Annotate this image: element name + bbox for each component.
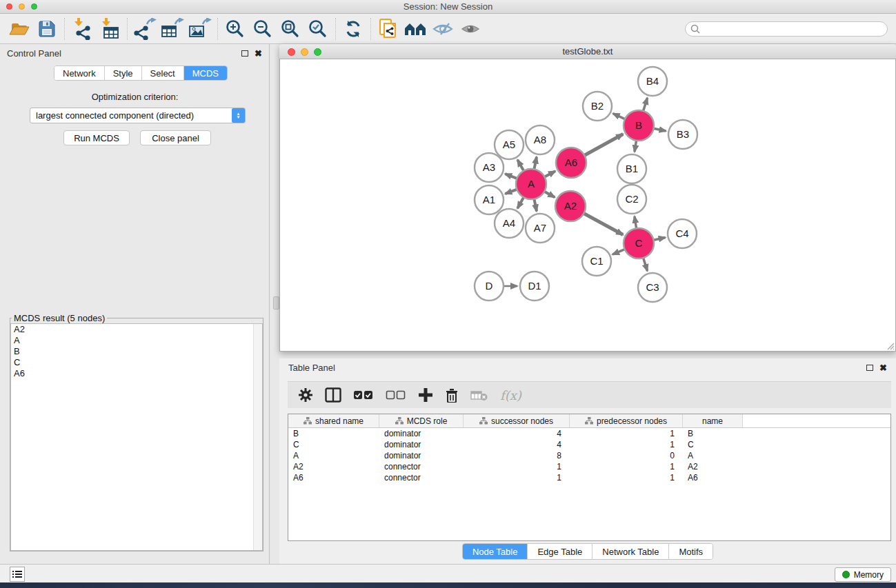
delete-column-button[interactable] bbox=[445, 387, 459, 403]
network-zoom-button[interactable] bbox=[314, 48, 321, 56]
search-input[interactable] bbox=[685, 21, 888, 37]
import-table-button[interactable] bbox=[96, 16, 123, 42]
table-cell[interactable]: A bbox=[683, 451, 743, 460]
mcds-result-item[interactable]: A2 bbox=[11, 324, 262, 335]
table-row[interactable]: Adominator80A bbox=[288, 450, 890, 461]
table-cell[interactable]: A2 bbox=[683, 462, 743, 472]
float-panel-icon[interactable] bbox=[241, 50, 248, 57]
refresh-button[interactable] bbox=[339, 16, 367, 42]
table-cell[interactable]: A2 bbox=[288, 462, 379, 472]
graph-node-B3[interactable]: B3 bbox=[668, 120, 697, 149]
panel-divider-handle[interactable] bbox=[273, 296, 279, 310]
mcds-result-item[interactable]: C bbox=[11, 357, 262, 368]
mcds-list-scrollbar[interactable] bbox=[253, 324, 262, 550]
graph-node-A7[interactable]: A7 bbox=[526, 214, 555, 243]
column-header-mcds-role[interactable]: MCDS role bbox=[379, 414, 464, 427]
table-cell[interactable]: A6 bbox=[683, 473, 743, 483]
table-cell[interactable]: 4 bbox=[464, 440, 570, 449]
zoom-selected-button[interactable] bbox=[304, 16, 332, 42]
table-cell[interactable]: 8 bbox=[464, 451, 570, 460]
minimize-window-button[interactable] bbox=[19, 3, 25, 10]
table-cell[interactable]: A6 bbox=[288, 473, 379, 483]
task-history-button[interactable] bbox=[10, 567, 25, 582]
select-all-columns-button[interactable] bbox=[353, 389, 374, 401]
first-neighbors-button[interactable] bbox=[402, 16, 430, 42]
graph-node-A5[interactable]: A5 bbox=[495, 130, 524, 159]
close-table-panel-icon[interactable]: ✖ bbox=[879, 363, 887, 372]
column-header-successor-nodes[interactable]: successor nodes bbox=[464, 414, 570, 427]
tab-edge-table[interactable]: Edge Table bbox=[527, 544, 592, 559]
open-session-button[interactable] bbox=[6, 16, 33, 42]
table-cell[interactable]: C bbox=[683, 440, 743, 449]
table-cell[interactable]: connector bbox=[379, 462, 464, 472]
table-cell[interactable]: C bbox=[288, 440, 379, 449]
column-header-shared-name[interactable]: shared name bbox=[288, 414, 379, 427]
zoom-in-button[interactable] bbox=[221, 16, 249, 42]
graph-node-B2[interactable]: B2 bbox=[583, 92, 612, 121]
create-column-button[interactable] bbox=[418, 387, 433, 403]
zoom-window-button[interactable] bbox=[31, 3, 37, 10]
duplicate-network-button[interactable] bbox=[375, 16, 402, 42]
tab-select[interactable]: Select bbox=[141, 66, 183, 80]
table-cell[interactable]: dominator bbox=[379, 429, 464, 438]
show-column-panel-button[interactable] bbox=[325, 387, 341, 403]
table-cell[interactable]: 1 bbox=[570, 429, 683, 438]
graph-node-A8[interactable]: A8 bbox=[526, 125, 555, 154]
tab-network[interactable]: Network bbox=[54, 66, 104, 80]
table-cell[interactable]: 4 bbox=[464, 429, 570, 438]
graph-node-A[interactable]: A bbox=[516, 169, 546, 199]
mcds-result-item[interactable]: B bbox=[11, 346, 262, 357]
close-window-button[interactable] bbox=[6, 3, 12, 10]
network-close-button[interactable] bbox=[288, 48, 295, 56]
table-cell[interactable]: B bbox=[288, 429, 379, 438]
float-table-panel-icon[interactable] bbox=[866, 365, 873, 371]
table-cell[interactable]: dominator bbox=[379, 451, 464, 460]
table-row[interactable]: A2connector11A2 bbox=[288, 461, 890, 472]
graph-node-A4[interactable]: A4 bbox=[495, 209, 524, 238]
graph-node-A6[interactable]: A6 bbox=[556, 148, 586, 178]
graph-node-D[interactable]: D bbox=[475, 272, 504, 301]
tab-mcds[interactable]: MCDS bbox=[183, 66, 227, 80]
tab-motifs[interactable]: Motifs bbox=[668, 544, 713, 559]
table-cell[interactable]: dominator bbox=[379, 440, 464, 449]
table-settings-button[interactable] bbox=[298, 387, 313, 403]
graph-node-D1[interactable]: D1 bbox=[520, 272, 549, 301]
window-resize-grip[interactable] bbox=[886, 341, 895, 350]
table-cell[interactable]: 0 bbox=[570, 451, 683, 460]
zoom-out-button[interactable] bbox=[249, 16, 277, 42]
memory-button[interactable]: Memory bbox=[835, 567, 891, 582]
import-network-button[interactable] bbox=[68, 16, 96, 42]
table-cell[interactable]: 1 bbox=[570, 462, 683, 472]
save-session-button[interactable] bbox=[33, 16, 61, 42]
mcds-result-item[interactable]: A6 bbox=[11, 368, 262, 379]
unselect-all-columns-button[interactable] bbox=[386, 389, 406, 401]
close-panel-button[interactable]: Close panel bbox=[140, 130, 211, 145]
table-cell[interactable]: 1 bbox=[570, 473, 683, 483]
table-cell[interactable]: 1 bbox=[464, 462, 570, 472]
table-cell[interactable]: connector bbox=[379, 473, 464, 483]
export-table-button[interactable] bbox=[159, 16, 186, 42]
graph-node-C2[interactable]: C2 bbox=[617, 185, 646, 214]
graph-node-A1[interactable]: A1 bbox=[475, 185, 504, 214]
table-row[interactable]: Bdominator41B bbox=[288, 428, 890, 439]
run-mcds-button[interactable]: Run MCDS bbox=[63, 130, 130, 145]
network-window-title-bar[interactable]: testGlobe.txt bbox=[279, 44, 896, 59]
tab-network-table[interactable]: Network Table bbox=[592, 544, 668, 559]
graph-node-C3[interactable]: C3 bbox=[638, 273, 667, 302]
table-row[interactable]: A6connector11A6 bbox=[288, 472, 890, 483]
graph-node-A2[interactable]: A2 bbox=[555, 191, 586, 221]
table-row[interactable]: Cdominator41C bbox=[288, 439, 890, 450]
network-minimize-button[interactable] bbox=[301, 48, 308, 56]
export-image-button[interactable] bbox=[186, 16, 214, 42]
export-network-button[interactable] bbox=[131, 16, 159, 42]
close-panel-icon[interactable]: ✖ bbox=[255, 49, 262, 58]
column-header-name[interactable]: name bbox=[683, 414, 743, 427]
graph-node-C4[interactable]: C4 bbox=[668, 219, 697, 248]
network-graph[interactable]: AA1A2A3A4A5A6A7A8BB1B2B3B4CC1C2C3C4DD1 bbox=[280, 59, 894, 352]
column-header-predecessor-nodes[interactable]: predecessor nodes bbox=[570, 414, 683, 427]
graph-node-C[interactable]: C bbox=[624, 228, 654, 258]
network-canvas[interactable]: AA1A2A3A4A5A6A7A8BB1B2B3B4CC1C2C3C4DD1 bbox=[279, 59, 896, 352]
graph-node-C1[interactable]: C1 bbox=[582, 247, 611, 276]
table-cell[interactable]: B bbox=[683, 429, 743, 438]
graph-node-A3[interactable]: A3 bbox=[475, 153, 504, 182]
